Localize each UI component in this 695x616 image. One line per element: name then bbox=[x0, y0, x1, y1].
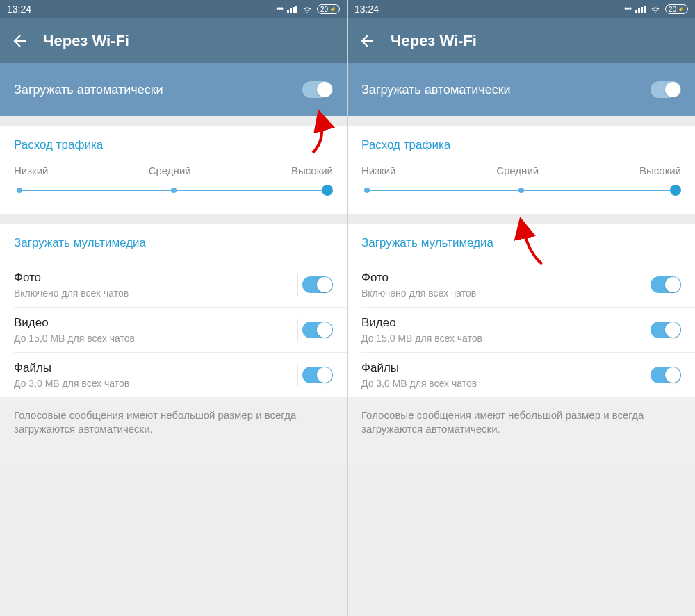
app-header: Через Wi-Fi bbox=[348, 18, 695, 63]
traffic-slider[interactable] bbox=[17, 183, 330, 197]
auto-download-label: Загружать автоматически bbox=[14, 83, 163, 97]
media-toggle-photo[interactable] bbox=[651, 276, 681, 293]
media-row-title: Видео bbox=[14, 316, 135, 330]
app-header: Через Wi-Fi bbox=[0, 18, 347, 63]
row-separator bbox=[297, 319, 298, 341]
row-separator bbox=[646, 274, 646, 296]
media-row-video[interactable]: Видео До 15,0 МВ для всех чатов bbox=[348, 308, 695, 352]
media-row-files[interactable]: Файлы До 3,0 МВ для всех чатов bbox=[348, 353, 695, 397]
media-row-photo[interactable]: Фото Включено для всех чатов bbox=[0, 263, 347, 307]
media-row-files[interactable]: Файлы До 3,0 МВ для всех чатов bbox=[0, 353, 347, 397]
back-icon[interactable] bbox=[10, 33, 26, 49]
row-separator bbox=[646, 364, 646, 386]
status-bar: 13:24 ••• 20⚡ bbox=[0, 0, 347, 18]
media-row-sub: Включено для всех чатов bbox=[361, 288, 476, 299]
media-row-title: Видео bbox=[361, 316, 482, 330]
row-separator bbox=[297, 364, 298, 386]
traffic-card: Расход трафика Низкий Средний Высокий bbox=[348, 126, 695, 214]
traffic-card: Расход трафика Низкий Средний Высокий bbox=[0, 126, 347, 214]
dots-icon: ••• bbox=[276, 4, 283, 14]
media-row-sub: До 3,0 МВ для всех чатов bbox=[14, 378, 129, 389]
auto-download-row[interactable]: Загружать автоматически bbox=[0, 63, 347, 116]
page-title: Через Wi-Fi bbox=[391, 32, 477, 50]
media-row-title: Фото bbox=[361, 271, 476, 285]
page-title: Через Wi-Fi bbox=[43, 32, 129, 50]
slider-label-high[interactable]: Высокий bbox=[639, 165, 681, 176]
slider-labels: Низкий Средний Высокий bbox=[361, 165, 681, 176]
row-separator bbox=[297, 274, 298, 296]
signal-icon bbox=[635, 6, 646, 13]
battery-icon: 20⚡ bbox=[665, 4, 688, 14]
signal-icon bbox=[287, 6, 297, 13]
slider-labels: Низкий Средний Высокий bbox=[14, 165, 333, 176]
screenshot-pair: 13:24 ••• 20⚡ Через Wi-Fi Загружать авто… bbox=[0, 0, 695, 616]
row-separator bbox=[646, 319, 646, 341]
media-row-sub: До 3,0 МВ для всех чатов bbox=[361, 378, 477, 389]
auto-download-toggle[interactable] bbox=[302, 81, 333, 98]
slider-thumb[interactable] bbox=[670, 185, 681, 196]
screen-right: 13:24 ••• 20⚡ Через Wi-Fi Загружать авто… bbox=[348, 0, 695, 616]
wifi-icon bbox=[302, 3, 313, 15]
media-row-sub: До 15,0 МВ для всех чатов bbox=[14, 333, 135, 344]
section-gap bbox=[348, 214, 695, 224]
media-title: Загружать мультимедиа bbox=[0, 236, 347, 250]
section-gap bbox=[348, 116, 695, 126]
status-bar: 13:24 ••• 20⚡ bbox=[348, 0, 695, 18]
screen-left: 13:24 ••• 20⚡ Через Wi-Fi Загружать авто… bbox=[0, 0, 348, 616]
slider-label-mid[interactable]: Средний bbox=[149, 165, 191, 176]
footer-note: Голосовые сообщения имеют небольшой разм… bbox=[348, 397, 695, 465]
media-row-title: Фото bbox=[14, 271, 129, 285]
media-toggle-video[interactable] bbox=[651, 322, 681, 338]
auto-download-row[interactable]: Загружать автоматически bbox=[348, 63, 695, 116]
battery-icon: 20⚡ bbox=[317, 4, 340, 14]
traffic-slider[interactable] bbox=[364, 183, 678, 197]
auto-download-toggle[interactable] bbox=[651, 81, 681, 98]
traffic-title: Расход трафика bbox=[14, 138, 333, 152]
media-row-title: Файлы bbox=[14, 361, 129, 375]
status-right: ••• 20⚡ bbox=[624, 3, 688, 15]
traffic-title: Расход трафика bbox=[361, 138, 681, 152]
status-time: 13:24 bbox=[354, 3, 379, 15]
media-toggle-files[interactable] bbox=[302, 367, 333, 383]
media-row-photo[interactable]: Фото Включено для всех чатов bbox=[348, 263, 695, 307]
slider-label-high[interactable]: Высокий bbox=[291, 165, 333, 176]
section-gap bbox=[0, 214, 347, 224]
media-title: Загружать мультимедиа bbox=[348, 236, 695, 250]
status-time: 13:24 bbox=[7, 3, 31, 15]
media-card: Загружать мультимедиа Фото Включено для … bbox=[348, 224, 695, 397]
media-card: Загружать мультимедиа Фото Включено для … bbox=[0, 224, 347, 397]
footer-note: Голосовые сообщения имеют небольшой разм… bbox=[0, 397, 347, 465]
media-toggle-video[interactable] bbox=[302, 322, 333, 338]
media-row-title: Файлы bbox=[361, 361, 477, 375]
media-row-video[interactable]: Видео До 15,0 МВ для всех чатов bbox=[0, 308, 347, 352]
slider-label-low[interactable]: Низкий bbox=[14, 165, 48, 176]
media-toggle-photo[interactable] bbox=[302, 276, 333, 293]
media-toggle-files[interactable] bbox=[651, 367, 681, 383]
dots-icon: ••• bbox=[624, 4, 631, 14]
slider-label-mid[interactable]: Средний bbox=[496, 165, 539, 176]
slider-thumb[interactable] bbox=[322, 185, 333, 196]
media-row-sub: До 15,0 МВ для всех чатов bbox=[361, 333, 482, 344]
back-icon[interactable] bbox=[357, 33, 374, 49]
section-gap bbox=[0, 116, 347, 126]
auto-download-label: Загружать автоматически bbox=[361, 83, 511, 97]
media-row-sub: Включено для всех чатов bbox=[14, 288, 129, 299]
slider-label-low[interactable]: Низкий bbox=[361, 165, 395, 176]
status-right: ••• 20⚡ bbox=[276, 3, 340, 15]
wifi-icon bbox=[650, 3, 661, 15]
